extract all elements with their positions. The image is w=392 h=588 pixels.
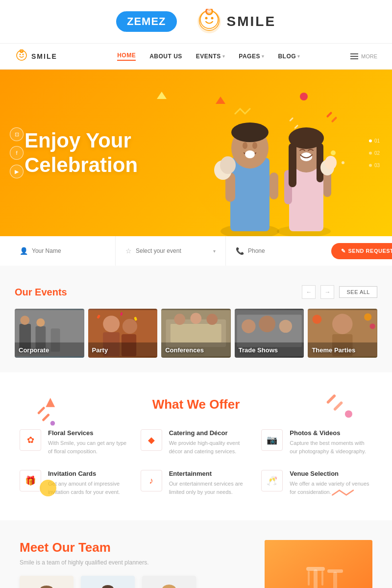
next-arrow-button[interactable]: → bbox=[320, 285, 334, 299]
svg-point-9 bbox=[20, 54, 21, 55]
nav-more-menu[interactable]: MORE bbox=[350, 53, 377, 59]
smile-brand-icon bbox=[196, 9, 222, 34]
svg-rect-32 bbox=[270, 172, 278, 199]
event-select[interactable] bbox=[136, 247, 209, 254]
prev-arrow-button[interactable]: ← bbox=[302, 285, 316, 299]
event-card-party[interactable]: Party bbox=[88, 309, 158, 358]
offer-title: What We Offer bbox=[20, 397, 372, 412]
facebook-icon: f bbox=[16, 150, 17, 156]
invitation-title: Invitation Cards bbox=[48, 470, 131, 477]
svg-point-26 bbox=[243, 142, 247, 149]
social-instagram[interactable]: ⊡ bbox=[10, 127, 24, 141]
catering-content: Catering and Décor We provide high-quali… bbox=[169, 429, 252, 455]
invitation-content: Invitation Cards Get any amount of impre… bbox=[48, 470, 131, 496]
team-member-3[interactable] bbox=[142, 576, 196, 588]
team-section: Meet Our Team Smile is a team of highly … bbox=[0, 520, 392, 588]
social-facebook[interactable]: f bbox=[10, 146, 24, 160]
event-chevron-icon: ▾ bbox=[213, 248, 216, 254]
phone-field[interactable]: 📞 bbox=[226, 236, 331, 266]
svg-point-46 bbox=[20, 316, 29, 325]
svg-rect-62 bbox=[171, 324, 221, 343]
smile-brand-name: SMILE bbox=[227, 14, 276, 29]
card-bg-corporate: Corporate bbox=[15, 309, 84, 358]
event-label-tradeshows: Trade Shows bbox=[239, 346, 278, 354]
pages-chevron-icon: ▾ bbox=[262, 54, 265, 59]
floral-icon-wrap: ✿ bbox=[20, 429, 41, 451]
nav-about[interactable]: ABOUT US bbox=[149, 53, 182, 60]
nav-pages[interactable]: PAGES ▾ bbox=[239, 53, 264, 60]
name-input[interactable] bbox=[32, 247, 105, 254]
card-bg-conferences: Conferences bbox=[161, 309, 231, 358]
svg-point-65 bbox=[207, 314, 218, 325]
promo-bar: ZEMEZ SMILE bbox=[0, 0, 392, 44]
zemez-logo[interactable]: ZEMEZ bbox=[116, 11, 177, 32]
svg-point-64 bbox=[191, 313, 202, 324]
event-card-themeparties[interactable]: Theme Parties bbox=[308, 309, 377, 358]
svg-rect-108 bbox=[327, 569, 343, 573]
slide-1[interactable]: 01 bbox=[369, 138, 380, 144]
team-title: Meet Our Team bbox=[20, 540, 255, 555]
card-bg-themeparties: Theme Parties bbox=[308, 309, 377, 358]
svg-point-5 bbox=[211, 17, 213, 20]
svg-point-52 bbox=[103, 316, 120, 332]
member-2-photo bbox=[81, 576, 135, 588]
offer-entertainment: ♪ Entertainment Our entertainment servic… bbox=[141, 470, 252, 496]
slide-1-dot bbox=[369, 139, 372, 142]
nav-home[interactable]: HOME bbox=[117, 52, 136, 61]
svg-point-53 bbox=[122, 319, 137, 334]
team-member-1[interactable] bbox=[20, 576, 74, 588]
svg-rect-106 bbox=[321, 571, 323, 586]
photos-icon: 📷 bbox=[267, 435, 277, 445]
navbar: SMILE HOME ABOUT US EVENTS ▾ PAGES ▾ BLO… bbox=[0, 44, 392, 70]
svg-rect-105 bbox=[308, 571, 310, 586]
floral-desc: With Smile, you can get any type of flor… bbox=[48, 439, 131, 455]
svg-point-63 bbox=[174, 314, 186, 325]
photos-desc: Capture the best moments with our photog… bbox=[290, 439, 372, 455]
events-chevron-icon: ▾ bbox=[222, 54, 225, 59]
catering-title: Catering and Décor bbox=[169, 429, 252, 437]
slide-2[interactable]: 02 bbox=[369, 150, 380, 156]
name-field[interactable]: 👤 bbox=[10, 236, 116, 266]
invitation-desc: Get any amount of impressive invitation … bbox=[48, 480, 131, 496]
venue-icon: 🥂 bbox=[267, 475, 277, 486]
team-member-2[interactable] bbox=[81, 576, 135, 588]
hero-title: Enjoy Your Celebration bbox=[24, 128, 138, 178]
blog-chevron-icon: ▾ bbox=[297, 54, 300, 59]
social-youtube[interactable]: ▶ bbox=[10, 165, 24, 178]
svg-rect-38 bbox=[289, 143, 296, 187]
floral-title: Floral Services bbox=[48, 429, 131, 437]
photos-content: Photos & Videos Capture the best moments… bbox=[290, 429, 372, 455]
offer-floral: ✿ Floral Services With Smile, you can ge… bbox=[20, 429, 131, 455]
svg-rect-23 bbox=[230, 158, 270, 231]
events-section: Our Events ← → SEE ALL Corpo bbox=[0, 266, 392, 372]
svg-point-28 bbox=[245, 150, 255, 158]
offer-catering: ◆ Catering and Décor We provide high-qua… bbox=[141, 429, 252, 455]
event-card-corporate[interactable]: Corporate bbox=[15, 309, 84, 358]
card-bg-party: Party bbox=[88, 309, 158, 358]
events-controls: ← → SEE ALL bbox=[302, 285, 377, 299]
svg-point-74 bbox=[332, 314, 353, 334]
nav-events[interactable]: EVENTS ▾ bbox=[196, 53, 225, 60]
team-inner: Meet Our Team Smile is a team of highly … bbox=[20, 540, 372, 588]
send-request-button[interactable]: ✎ SEND REQUEST bbox=[331, 243, 392, 259]
hero-text: Enjoy Your Celebration bbox=[24, 128, 138, 178]
nav-logo-icon bbox=[15, 49, 28, 63]
svg-point-95 bbox=[102, 585, 114, 588]
slide-3[interactable]: 03 bbox=[369, 163, 380, 168]
svg-point-71 bbox=[279, 320, 292, 333]
event-field[interactable]: ☆ ▾ bbox=[116, 236, 226, 266]
event-label-conferences: Conferences bbox=[165, 346, 204, 354]
team-cards bbox=[20, 576, 255, 588]
entertainment-title: Entertainment bbox=[169, 470, 252, 477]
event-card-tradeshows[interactable]: Trade Shows bbox=[235, 309, 304, 358]
nav-logo: SMILE bbox=[15, 49, 57, 63]
booking-bar: 👤 ☆ ▾ 📞 ✎ SEND REQUEST bbox=[0, 236, 392, 266]
person-icon: 👤 bbox=[20, 247, 28, 255]
nav-blog[interactable]: BLOG ▾ bbox=[278, 53, 300, 60]
svg-rect-104 bbox=[306, 567, 325, 571]
event-card-conferences[interactable]: Conferences bbox=[161, 309, 231, 358]
slide-indicators: 01 02 03 bbox=[369, 138, 380, 168]
see-all-button[interactable]: SEE ALL bbox=[339, 286, 377, 298]
phone-input[interactable] bbox=[248, 247, 321, 254]
svg-point-31 bbox=[220, 156, 236, 174]
